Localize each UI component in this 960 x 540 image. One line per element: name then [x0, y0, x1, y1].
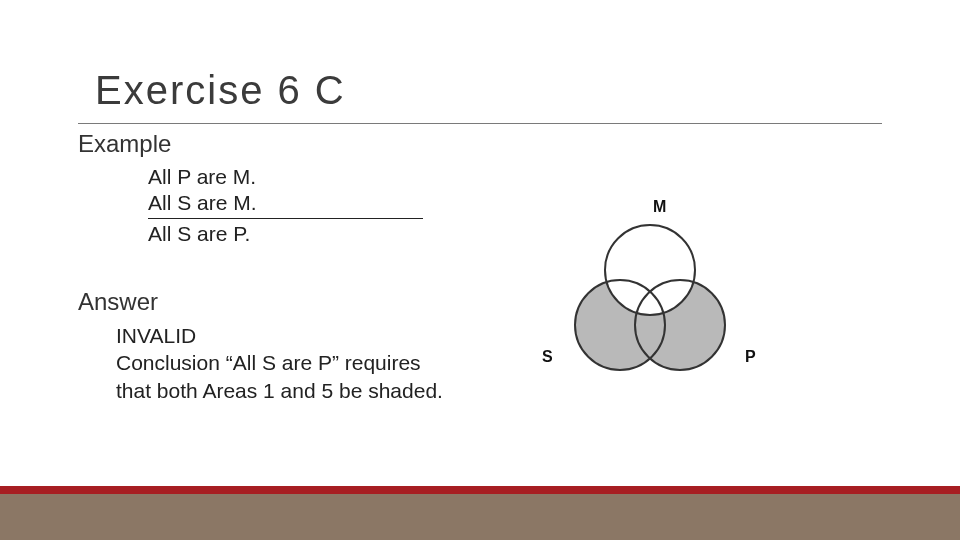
venn-label-p: P: [745, 348, 756, 366]
premise-2: All S are M.: [148, 190, 257, 216]
premise-block: All P are M. All S are M.: [148, 164, 257, 217]
premise-1: All P are M.: [148, 164, 257, 190]
page-title: Exercise 6 C: [95, 68, 346, 113]
venn-label-m: M: [653, 198, 666, 216]
answer-verdict: INVALID: [116, 322, 456, 349]
syllogism-conclusion: All S are P.: [148, 222, 250, 246]
syllogism-rule: [148, 218, 423, 219]
venn-label-s: S: [542, 348, 553, 366]
answer-line-2: that both Areas 1 and 5 be shaded.: [116, 377, 456, 404]
svg-rect-5: [540, 200, 760, 400]
slide: Exercise 6 C Example All P are M. All S …: [0, 0, 960, 540]
answer-heading: Answer: [78, 288, 158, 316]
answer-line-1: Conclusion “All S are P” requires: [116, 349, 456, 376]
footer-bar: [0, 494, 960, 540]
title-underline: [78, 123, 882, 124]
example-heading: Example: [78, 130, 171, 158]
answer-body: INVALID Conclusion “All S are P” require…: [116, 322, 456, 404]
venn-diagram: M S P: [540, 200, 760, 400]
footer-accent-bar: [0, 486, 960, 494]
